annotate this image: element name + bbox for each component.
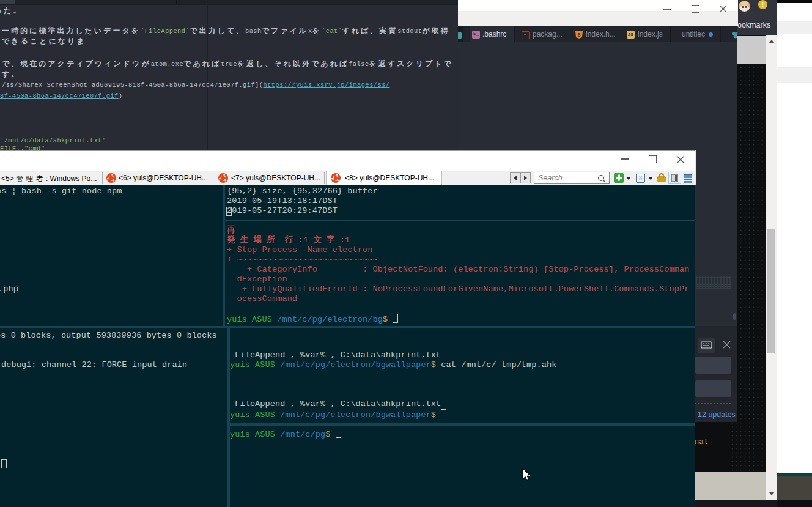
svg-text:5: 5 [577,32,580,38]
